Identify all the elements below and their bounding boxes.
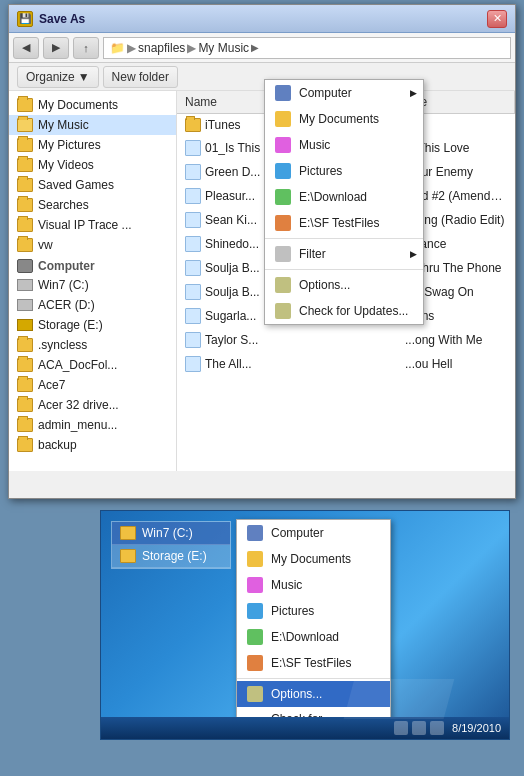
address-bar: ◀ ▶ ↑ 📁 ▶ snapfiles ▶ My Music ▶ [9,33,515,63]
sidebar-label: Saved Games [38,178,114,192]
content-area: My Documents My Music My Pictures My Vid… [9,91,515,471]
file-icon [185,284,201,300]
file-icon [185,356,201,372]
close-button[interactable]: ✕ [487,10,507,28]
folder-icon [17,378,33,392]
menu-item-filter[interactable]: Filter [265,241,423,267]
bottom-menu-item-pictures[interactable]: Pictures [237,598,390,624]
folder-icon [17,338,33,352]
sidebar-item-vw[interactable]: vw [9,235,176,255]
bottom-menu-item-edownload[interactable]: E:\Download [237,624,390,650]
download-menu-icon [247,629,263,645]
dialog-icon: 💾 [17,11,33,27]
drive-icon [17,319,33,331]
bottom-menu-item-options[interactable]: Options... [237,681,390,707]
sidebar-item-ace7[interactable]: Ace7 [9,375,176,395]
bottom-menu-item-music[interactable]: Music [237,572,390,598]
sidebar-item-storage[interactable]: Storage (E:) [9,315,176,335]
folder-icon [17,138,33,152]
sidebar-item-acer[interactable]: ACER (D:) [9,295,176,315]
file-icon [185,236,201,252]
folder-icon [17,398,33,412]
sidebar-item-backup[interactable]: backup [9,435,176,455]
new-folder-label: New folder [112,70,169,84]
toolbar: Organize ▼ New folder [9,63,515,91]
computer-section-header: Computer [9,255,176,275]
sidebar-item-searches[interactable]: Searches [9,195,176,215]
sidebar-label: admin_menu... [38,418,117,432]
sidebar-item-saved-games[interactable]: Saved Games [9,175,176,195]
drive-icon [120,549,136,563]
menu-item-edownload[interactable]: E:\Download [265,184,423,210]
folder-icon [185,118,201,132]
forward-button[interactable]: ▶ [43,37,69,59]
file-icon [185,260,201,276]
sidebar: My Documents My Music My Pictures My Vid… [9,91,177,471]
path-part-2: My Music [198,41,249,55]
sidebar-item-syncless[interactable]: .syncless [9,335,176,355]
bottom-menu-item-my-documents[interactable]: My Documents [237,546,390,572]
menu-item-pictures[interactable]: Pictures [265,158,423,184]
drive-icon [17,279,33,291]
sidebar-item-admin[interactable]: admin_menu... [9,415,176,435]
up-button[interactable]: ↑ [73,37,99,59]
music-menu-icon [247,577,263,593]
address-path[interactable]: 📁 ▶ snapfiles ▶ My Music ▶ [103,37,511,59]
folder-icon [17,218,33,232]
file-row[interactable]: The All... ...ou Hell [177,352,515,376]
options-menu-icon [247,686,263,702]
sidebar-label: Win7 (C:) [38,278,89,292]
file-icon [185,212,201,228]
folder-icon [17,358,33,372]
file-row[interactable]: Taylor S... ...ong With Me [177,328,515,352]
menu-divider [237,678,390,679]
sidebar-item-my-videos[interactable]: My Videos [9,155,176,175]
bottom-left-item-storage[interactable]: Storage (E:) [112,545,230,568]
organize-button[interactable]: Organize ▼ [17,66,99,88]
menu-item-esf[interactable]: E:\SF TestFiles [265,210,423,236]
sidebar-item-visual-ip-trace[interactable]: Visual IP Trace ... [9,215,176,235]
taskbar: 8/19/2010 [101,717,509,739]
bottom-left-panel: Win7 (C:) Storage (E:) [111,521,231,569]
sidebar-label: .syncless [38,338,87,352]
updates-menu-icon [275,303,291,319]
sidebar-label: My Documents [38,98,118,112]
menu-divider [265,238,423,239]
folder-icon [17,158,33,172]
docs-menu-icon [275,111,291,127]
file-icon [185,188,201,204]
drive-icon [17,299,33,311]
computer-menu-icon [247,525,263,541]
back-button[interactable]: ◀ [13,37,39,59]
sidebar-item-my-documents[interactable]: My Documents [9,95,176,115]
sf-menu-icon [275,215,291,231]
file-icon [185,332,201,348]
menu-item-check-updates[interactable]: Check for Updates... [265,298,423,324]
download-menu-icon [275,189,291,205]
sidebar-label: Acer 32 drive... [38,398,119,412]
bottom-context-menu: Computer My Documents Music Pictures E:\… [236,519,391,740]
file-icon [185,140,201,156]
sidebar-item-win7[interactable]: Win7 (C:) [9,275,176,295]
pictures-menu-icon [275,163,291,179]
menu-item-options[interactable]: Options... [265,272,423,298]
sidebar-label: ACER (D:) [38,298,95,312]
sidebar-item-acer32[interactable]: Acer 32 drive... [9,395,176,415]
sidebar-item-acafol[interactable]: ACA_DocFol... [9,355,176,375]
taskbar-time: 8/19/2010 [452,722,501,734]
menu-item-music[interactable]: Music [265,132,423,158]
sidebar-label: Visual IP Trace ... [38,218,132,232]
organize-label: Organize [26,70,75,84]
menu-item-my-documents[interactable]: My Documents [265,106,423,132]
bottom-menu-item-computer[interactable]: Computer [237,520,390,546]
bottom-left-item-win7[interactable]: Win7 (C:) [112,522,230,545]
sidebar-item-my-music[interactable]: My Music [9,115,176,135]
sidebar-label: My Videos [38,158,94,172]
sf-menu-icon [247,655,263,671]
sidebar-item-my-pictures[interactable]: My Pictures [9,135,176,155]
new-folder-button[interactable]: New folder [103,66,178,88]
menu-item-computer[interactable]: Computer [265,80,423,106]
path-text: 📁 [110,41,125,55]
bottom-menu-item-esf[interactable]: E:\SF TestFiles [237,650,390,676]
save-as-dialog: 💾 Save As ✕ ◀ ▶ ↑ 📁 ▶ snapfiles ▶ My Mus… [8,4,516,499]
